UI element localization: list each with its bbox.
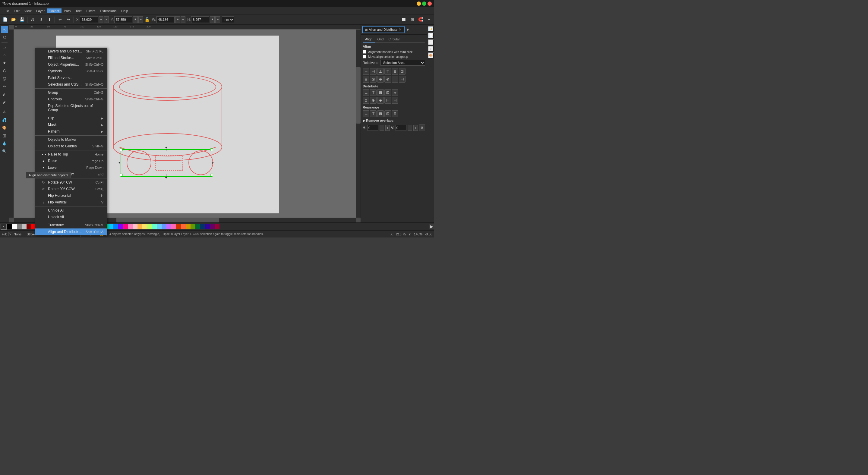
zoom-fit-btn[interactable]: ⬜ bbox=[400, 16, 408, 24]
align-left-anchor-btn[interactable]: ⊤ bbox=[384, 68, 391, 75]
menu-unlock-all[interactable]: Unlock All bbox=[35, 214, 107, 220]
menu-help[interactable]: Help bbox=[119, 8, 130, 13]
menu-symbols[interactable]: Symbols... Shift+Ctrl+Y bbox=[35, 68, 107, 74]
scrollbar-vertical[interactable] bbox=[356, 30, 361, 218]
palette-color-swatch[interactable] bbox=[171, 224, 176, 229]
palette-color-swatch[interactable] bbox=[162, 224, 166, 229]
palette-color-swatch[interactable] bbox=[123, 224, 128, 229]
symbols-btn[interactable]: ★ bbox=[428, 46, 434, 52]
menu-rotate-cw[interactable]: ↻Rotate 90° CW Ctrl+] bbox=[35, 179, 107, 186]
w-plus[interactable]: + bbox=[175, 16, 180, 23]
overlap-v-minus[interactable]: − bbox=[408, 125, 412, 131]
tab-circular[interactable]: Circular bbox=[386, 36, 402, 42]
gradient-tool[interactable]: ◫ bbox=[1, 132, 8, 139]
rearrange-3-btn[interactable]: ⊞ bbox=[377, 110, 384, 117]
x-input[interactable] bbox=[80, 16, 98, 23]
menu-raise-top[interactable]: ▲▲Raise to Top Home bbox=[35, 151, 107, 158]
overlap-h-minus[interactable]: − bbox=[379, 125, 384, 131]
rearrange-4-btn[interactable]: ⊡ bbox=[384, 110, 391, 117]
y-input[interactable] bbox=[114, 16, 132, 23]
palette-color-swatch[interactable] bbox=[152, 224, 157, 229]
menu-path[interactable]: Path bbox=[62, 8, 73, 13]
align-left-btn[interactable]: ⊢ bbox=[363, 68, 369, 75]
grid-btn[interactable]: ⊞ bbox=[408, 16, 416, 24]
palette-scroll-right[interactable]: ▶ bbox=[429, 224, 434, 229]
save-btn[interactable]: 💾 bbox=[18, 16, 26, 24]
print-btn[interactable]: 🖨 bbox=[29, 16, 36, 24]
calligraphy-tool[interactable]: 🖋 bbox=[1, 99, 8, 106]
dist-text-btn[interactable]: ay bbox=[392, 89, 398, 96]
snap-btn[interactable]: 🧲 bbox=[417, 16, 425, 24]
menu-filters[interactable]: Filters bbox=[84, 8, 98, 13]
palette-color-swatch[interactable] bbox=[113, 224, 118, 229]
dist-right-btn[interactable]: ⊞ bbox=[377, 89, 384, 96]
align-top-btn[interactable]: ⊟ bbox=[363, 76, 369, 83]
palette-color-swatch[interactable] bbox=[7, 224, 12, 229]
xmleditor-btn[interactable]: 📝 bbox=[428, 26, 434, 32]
objects-btn[interactable]: 🗂 bbox=[428, 39, 434, 45]
palette-color-swatch[interactable] bbox=[186, 224, 190, 229]
undo-btn[interactable]: ↩ bbox=[56, 16, 64, 24]
pencil-tool[interactable]: ✏ bbox=[1, 83, 8, 90]
menu-extensions[interactable]: Extensions bbox=[98, 8, 119, 13]
menu-file[interactable]: File bbox=[1, 8, 11, 13]
align-right-btn[interactable]: ⊥ bbox=[377, 68, 384, 75]
align-right-anchor-btn[interactable]: ⊞ bbox=[392, 68, 398, 75]
menu-obj-properties[interactable]: Object Properties... Shift+Ctrl+O bbox=[35, 61, 107, 68]
palette-color-swatch[interactable] bbox=[181, 224, 186, 229]
rearrange-1-btn[interactable]: ⊥ bbox=[363, 110, 369, 117]
align-bottom-anchor-btn[interactable]: ⊢ bbox=[392, 76, 398, 83]
palette-color-swatch[interactable] bbox=[210, 224, 215, 229]
menu-group[interactable]: Group Ctrl+G bbox=[35, 89, 107, 96]
dist-extra-btn[interactable]: ⊣ bbox=[392, 97, 398, 104]
palette-color-swatch[interactable] bbox=[190, 224, 195, 229]
w-input[interactable] bbox=[156, 16, 175, 23]
menu-text[interactable]: Text bbox=[73, 8, 84, 13]
dist-left-btn[interactable]: ⊥ bbox=[363, 89, 369, 96]
x-plus[interactable]: + bbox=[99, 16, 103, 23]
zoom-tool[interactable]: 🔍 bbox=[1, 148, 8, 155]
menu-fill-stroke[interactable]: Fill and Stroke... Shift+Ctrl+F bbox=[35, 55, 107, 61]
menu-raise[interactable]: ▲Raise Page Up bbox=[35, 158, 107, 164]
menu-ungroup[interactable]: Ungroup Shift+Ctrl+G bbox=[35, 96, 107, 102]
3d-box-tool[interactable]: ⬡ bbox=[1, 67, 8, 74]
palette-color-swatch[interactable] bbox=[166, 224, 171, 229]
overlap-h-plus[interactable]: + bbox=[385, 125, 390, 131]
menu-object[interactable]: Object bbox=[47, 8, 62, 13]
rearrange-2-btn[interactable]: ⊤ bbox=[370, 110, 377, 117]
palette-color-swatch[interactable] bbox=[157, 224, 162, 229]
swatches-btn[interactable]: 🎨 bbox=[428, 53, 434, 59]
menu-layers-objects[interactable]: Layers and Objects... Shift+Ctrl+L bbox=[35, 48, 107, 55]
export-btn[interactable]: ⬆ bbox=[45, 16, 53, 24]
rect-tool[interactable]: ▭ bbox=[1, 44, 8, 51]
palette-color-swatch[interactable] bbox=[137, 224, 142, 229]
close-button[interactable] bbox=[428, 1, 432, 6]
palette-color-swatch[interactable] bbox=[176, 224, 181, 229]
palette-color-swatch[interactable] bbox=[195, 224, 200, 229]
rearrange-5-btn[interactable]: ⊟ bbox=[392, 110, 398, 117]
menu-flip-h[interactable]: ↔Flip Horizontal H bbox=[35, 192, 107, 199]
y-minus[interactable]: − bbox=[138, 16, 143, 23]
guides-btn[interactable]: ✛ bbox=[425, 16, 433, 24]
menu-pattern[interactable]: Pattern ▶ bbox=[35, 128, 107, 135]
menu-unhide-all[interactable]: Unhide All bbox=[35, 207, 107, 214]
tab-grid[interactable]: Grid bbox=[375, 36, 386, 42]
relative-select[interactable]: Selection Area First Selected Last Selec… bbox=[380, 60, 425, 66]
ellipse-tool[interactable]: ○ bbox=[1, 52, 8, 59]
align-text-btn[interactable]: ⊡ bbox=[399, 68, 405, 75]
dist-gap-v-btn[interactable]: ⊢ bbox=[384, 97, 391, 104]
panel-tab-align[interactable]: ⊞ Align and Distribute ✕ bbox=[362, 26, 405, 33]
x-minus[interactable]: − bbox=[104, 16, 109, 23]
menu-flip-v[interactable]: ↕Flip Vertical V bbox=[35, 199, 107, 205]
layers-btn[interactable]: 📑 bbox=[428, 33, 434, 39]
menu-pop-group[interactable]: Pop Selected Objects out of Group bbox=[35, 102, 107, 113]
dist-bottom-btn[interactable]: ⊗ bbox=[377, 97, 384, 104]
palette-color-swatch[interactable] bbox=[205, 224, 210, 229]
align-extra-btn[interactable]: ⊣ bbox=[399, 76, 405, 83]
overlap-v-input[interactable] bbox=[396, 125, 406, 131]
node-tool[interactable]: ⬡ bbox=[1, 34, 8, 41]
menu-align-distribute[interactable]: Align and Distribute... Shift+Ctrl+A bbox=[35, 228, 107, 235]
dist-top-btn[interactable]: ⊠ bbox=[363, 97, 369, 104]
redo-btn[interactable]: ↪ bbox=[64, 16, 72, 24]
palette-color-swatch[interactable] bbox=[27, 224, 31, 229]
